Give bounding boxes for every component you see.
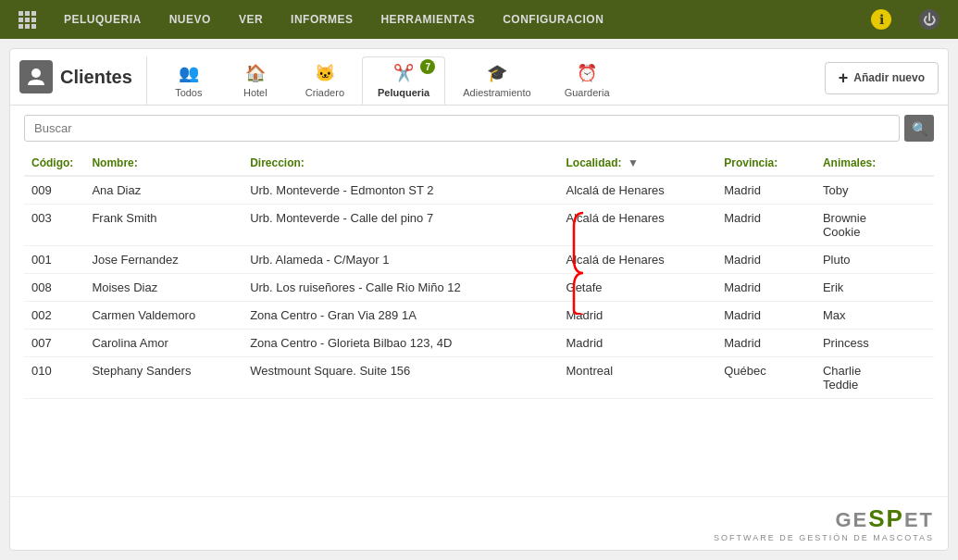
- cell-code: 008: [24, 274, 84, 302]
- tab-guarderia[interactable]: ⏰ Guarderia: [549, 56, 626, 105]
- nav-peluqueria[interactable]: PELUQUERIA: [64, 13, 142, 26]
- tab-todos[interactable]: 👥 Todos: [156, 56, 221, 105]
- cell-province: Madrid: [716, 176, 815, 205]
- logo: GESPET: [24, 504, 934, 533]
- add-new-label: Añadir nuevo: [853, 71, 925, 84]
- cell-province: Madrid: [716, 330, 815, 357]
- cell-city: Montreal: [559, 357, 717, 399]
- info-button[interactable]: ℹ: [871, 9, 891, 30]
- col-address[interactable]: Direccion:: [243, 151, 558, 176]
- cell-address: Zona Centro - Glorieta Bilbao 123, 4D: [243, 330, 558, 357]
- col-code: Código:: [24, 151, 84, 176]
- cell-name: Carmen Valdemoro: [84, 302, 243, 330]
- cell-code: 007: [24, 330, 84, 357]
- cell-address: Urb. Monteverde - Calle del pino 7: [243, 205, 558, 246]
- clients-table: Código: Nombre: Direccion: Localidad: ▼ …: [24, 151, 934, 399]
- logo-subtitle: SOFTWARE DE GESTIÓN DE MASCOTAS: [24, 533, 934, 542]
- cell-city: Madrid: [559, 330, 717, 357]
- cell-name: Ana Diaz: [84, 176, 243, 205]
- cell-province: Madrid: [716, 205, 815, 246]
- grid-menu-icon[interactable]: [19, 11, 36, 29]
- table-row[interactable]: 001 Jose Fernandez Urb. Alameda - C/Mayo…: [24, 246, 934, 274]
- cell-animals: Toby: [815, 176, 934, 205]
- tab-criadero[interactable]: 🐱 Criadero: [290, 56, 360, 105]
- cell-province: Madrid: [716, 246, 815, 274]
- sort-arrow-icon: ▼: [625, 156, 639, 169]
- table-container: Código: Nombre: Direccion: Localidad: ▼ …: [10, 151, 948, 496]
- cell-animals: Erik: [815, 274, 934, 302]
- todos-icon: 👥: [179, 63, 199, 83]
- cell-name: Stephany Sanders: [84, 357, 243, 399]
- search-input[interactable]: [24, 115, 900, 142]
- cell-name: Carolina Amor: [84, 330, 243, 357]
- cell-address: Urb. Alameda - C/Mayor 1: [243, 246, 558, 274]
- cell-address: Zona Centro - Gran Via 289 1A: [243, 302, 558, 330]
- tab-peluqueria-label: Peluqueria: [378, 87, 429, 98]
- cell-animals: CharlieTeddie: [815, 357, 934, 399]
- nav-ver[interactable]: VER: [239, 13, 263, 26]
- cell-province: Madrid: [716, 274, 815, 302]
- section-title: Clientes: [19, 56, 147, 105]
- nav-herramientas[interactable]: HERRAMIENTAS: [380, 13, 475, 26]
- tab-adiestramiento[interactable]: 🎓 Adiestramiento: [447, 56, 546, 105]
- footer: GESPET SOFTWARE DE GESTIÓN DE MASCOTAS: [10, 496, 948, 550]
- table-row[interactable]: 002 Carmen Valdemoro Zona Centro - Gran …: [24, 302, 934, 330]
- cell-address: Urb. Monteverde - Edmonton ST 2: [243, 176, 558, 205]
- tab-todos-label: Todos: [175, 87, 202, 98]
- svg-point-0: [31, 68, 41, 78]
- table-row[interactable]: 003 Frank Smith Urb. Monteverde - Calle …: [24, 205, 934, 246]
- guarderia-icon: ⏰: [577, 63, 597, 83]
- cell-province: Madrid: [716, 302, 815, 330]
- cell-code: 009: [24, 176, 84, 205]
- adiestramiento-icon: 🎓: [487, 63, 507, 83]
- search-button[interactable]: 🔍: [904, 115, 934, 142]
- cell-animals: Max: [815, 302, 934, 330]
- cell-animals: Princess: [815, 330, 934, 357]
- table-row[interactable]: 007 Carolina Amor Zona Centro - Glorieta…: [24, 330, 934, 357]
- page-title: Clientes: [60, 67, 132, 88]
- cell-animals: BrownieCookie: [815, 205, 934, 246]
- tab-hotel-label: Hotel: [243, 87, 267, 98]
- col-animals[interactable]: Animales:: [815, 151, 934, 176]
- cell-province: Québec: [716, 357, 815, 399]
- col-name[interactable]: Nombre:: [84, 151, 243, 176]
- cell-city: Alcalá de Henares: [559, 246, 717, 274]
- tab-peluqueria[interactable]: 7 ✂️ Peluqueria: [362, 56, 445, 105]
- cell-name: Jose Fernandez: [84, 246, 243, 274]
- power-button[interactable]: ⏻: [919, 9, 939, 30]
- tab-criadero-label: Criadero: [305, 87, 344, 98]
- cell-code: 002: [24, 302, 84, 330]
- table-row[interactable]: 010 Stephany Sanders Westmount Square. S…: [24, 357, 934, 399]
- col-city[interactable]: Localidad: ▼: [559, 151, 717, 176]
- cell-name: Moises Diaz: [84, 274, 243, 302]
- nav-informes[interactable]: INFORMES: [291, 13, 353, 26]
- table-row[interactable]: 008 Moises Diaz Urb. Los ruiseñores - Ca…: [24, 274, 934, 302]
- cell-animals: Pluto: [815, 246, 934, 274]
- cell-city: Alcalá de Henares: [559, 205, 717, 246]
- table-header: Código: Nombre: Direccion: Localidad: ▼ …: [24, 151, 934, 176]
- client-icon: [19, 60, 53, 93]
- nav-configuracion[interactable]: CONFIGURACION: [503, 13, 603, 26]
- cell-name: Frank Smith: [84, 205, 243, 246]
- hotel-icon: 🏠: [245, 63, 266, 83]
- cell-code: 003: [24, 205, 84, 246]
- add-new-button[interactable]: + Añadir nuevo: [825, 62, 939, 94]
- header-row: Clientes 👥 Todos 🏠 Hotel 🐱 Criadero 7 ✂️…: [10, 49, 948, 106]
- col-province[interactable]: Provincia:: [716, 151, 815, 176]
- peluqueria-badge: 7: [420, 59, 435, 74]
- main-panel: Clientes 👥 Todos 🏠 Hotel 🐱 Criadero 7 ✂️…: [9, 48, 949, 551]
- plus-icon: +: [839, 68, 849, 88]
- cell-city: Madrid: [559, 302, 717, 330]
- cell-address: Urb. Los ruiseñores - Calle Rio Miño 12: [243, 274, 558, 302]
- tab-hotel[interactable]: 🏠 Hotel: [223, 56, 288, 105]
- tab-guarderia-label: Guarderia: [565, 87, 610, 98]
- peluqueria-icon: ✂️: [393, 63, 414, 83]
- cell-code: 001: [24, 246, 84, 274]
- tab-adiestramiento-label: Adiestramiento: [463, 87, 530, 98]
- nav-nuevo[interactable]: NUEVO: [169, 13, 211, 26]
- criadero-icon: 🐱: [315, 63, 335, 83]
- cell-city: Alcalá de Henares: [559, 176, 717, 205]
- top-nav: PELUQUERIA NUEVO VER INFORMES HERRAMIENT…: [0, 0, 958, 39]
- table-row[interactable]: 009 Ana Diaz Urb. Monteverde - Edmonton …: [24, 176, 934, 205]
- search-row: 🔍: [10, 106, 948, 151]
